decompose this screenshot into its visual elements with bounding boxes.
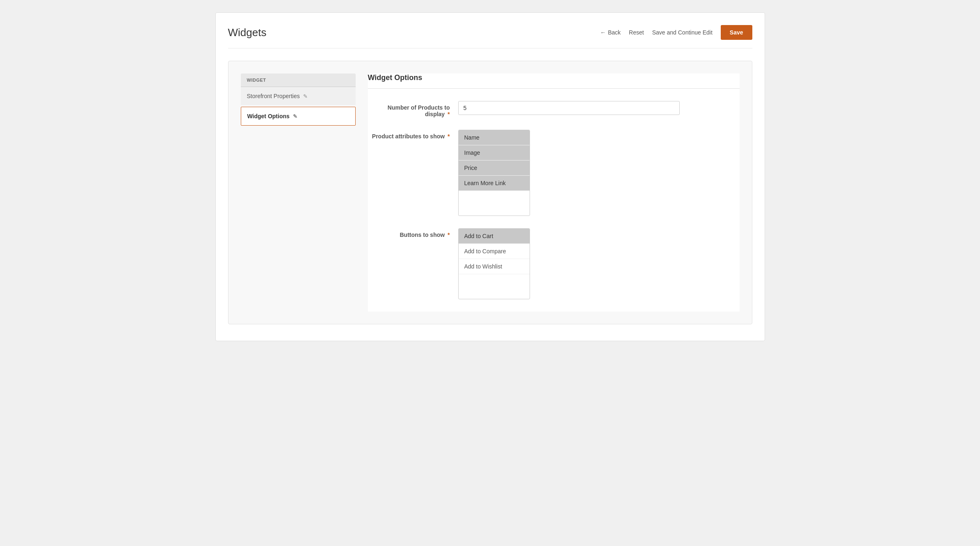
btn-option-add-to-wishlist[interactable]: Add to Wishlist bbox=[459, 259, 530, 274]
btn-select-spacer bbox=[459, 274, 530, 299]
buttons-required: * bbox=[448, 232, 450, 238]
buttons-select[interactable]: Add to Cart Add to Compare Add to Wishli… bbox=[458, 228, 530, 299]
attr-option-price[interactable]: Price bbox=[459, 161, 530, 176]
attr-option-name[interactable]: Name bbox=[459, 130, 530, 145]
num-products-control bbox=[458, 101, 740, 115]
buttons-to-show-row: Buttons to show * Add to Cart Add to Com… bbox=[368, 228, 740, 299]
product-attributes-select[interactable]: Name Image Price Learn More Link bbox=[458, 130, 530, 216]
btn-option-add-to-compare[interactable]: Add to Compare bbox=[459, 244, 530, 259]
product-attributes-required: * bbox=[448, 133, 450, 140]
product-attributes-row: Product attributes to show * Name Image … bbox=[368, 130, 740, 216]
widget-options-label: Widget Options bbox=[247, 113, 290, 119]
sidebar: WIDGET Storefront Properties ✎ Widget Op… bbox=[241, 73, 356, 312]
page-wrapper: Widgets ← Back Reset Save and Continue E… bbox=[215, 12, 765, 341]
num-products-input[interactable] bbox=[458, 101, 680, 115]
sidebar-item-storefront[interactable]: Storefront Properties ✎ bbox=[241, 87, 356, 105]
attr-select-spacer bbox=[459, 191, 530, 216]
page-header: Widgets ← Back Reset Save and Continue E… bbox=[228, 25, 752, 48]
storefront-label: Storefront Properties bbox=[247, 93, 300, 99]
num-products-row: Number of Products to display * bbox=[368, 101, 740, 117]
btn-option-add-to-cart[interactable]: Add to Cart bbox=[459, 229, 530, 244]
sidebar-section-title: WIDGET bbox=[241, 73, 356, 87]
storefront-edit-icon: ✎ bbox=[303, 93, 308, 99]
product-attributes-control: Name Image Price Learn More Link bbox=[458, 130, 740, 216]
attr-option-learn-more[interactable]: Learn More Link bbox=[459, 176, 530, 191]
num-products-label: Number of Products to display * bbox=[368, 101, 450, 117]
num-products-required: * bbox=[448, 111, 450, 117]
save-button[interactable]: Save bbox=[721, 25, 752, 40]
product-attributes-label: Product attributes to show * bbox=[368, 130, 450, 140]
reset-button[interactable]: Reset bbox=[629, 29, 644, 36]
section-divider bbox=[368, 88, 740, 89]
buttons-to-show-label: Buttons to show * bbox=[368, 228, 450, 238]
widget-options-edit-icon: ✎ bbox=[293, 113, 297, 119]
back-arrow-icon: ← bbox=[600, 29, 606, 36]
sidebar-item-widget-options[interactable]: Widget Options ✎ bbox=[241, 107, 356, 126]
back-button[interactable]: ← Back bbox=[600, 29, 621, 36]
attr-option-image[interactable]: Image bbox=[459, 145, 530, 161]
back-label: Back bbox=[608, 29, 621, 36]
main-content: Widget Options Number of Products to dis… bbox=[368, 73, 740, 312]
widget-options-title: Widget Options bbox=[368, 73, 740, 82]
page-title: Widgets bbox=[228, 26, 267, 39]
content-area: WIDGET Storefront Properties ✎ Widget Op… bbox=[228, 61, 752, 324]
header-actions: ← Back Reset Save and Continue Edit Save bbox=[600, 25, 752, 40]
buttons-control: Add to Cart Add to Compare Add to Wishli… bbox=[458, 228, 740, 299]
save-continue-button[interactable]: Save and Continue Edit bbox=[652, 29, 713, 36]
